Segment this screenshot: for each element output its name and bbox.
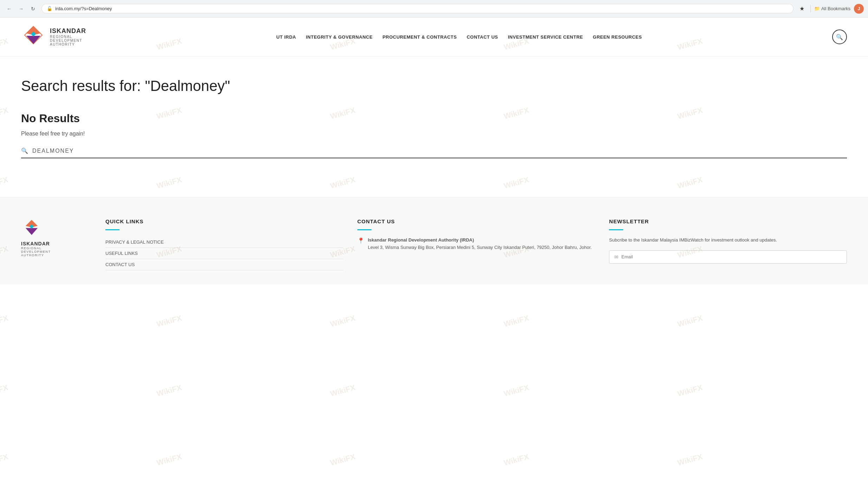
separator — [810, 5, 811, 12]
newsletter-desc: Subcribe to the Iskandar Malaysia IMBizW… — [609, 237, 847, 244]
footer-sub1: REGIONAL — [21, 246, 91, 250]
url-text: irda.com.my/?s=Dealmoney — [55, 6, 112, 11]
site-header: ISKANDAR REGIONAL DEVELOPMENT AUTHORITY … — [0, 18, 868, 57]
main-content: Search results for: "Dealmoney" No Resul… — [0, 57, 868, 197]
contact-address-text: Iskandar Regional Development Authority … — [368, 237, 592, 251]
footer-sub3: AUTHORITY — [21, 253, 91, 257]
logo-text: ISKANDAR REGIONAL DEVELOPMENT AUTHORITY — [50, 27, 86, 46]
reload-button[interactable]: ↻ — [28, 4, 38, 14]
email-input-wrapper: ✉ — [609, 250, 847, 264]
contact-org: Iskandar Regional Development Authority … — [368, 237, 474, 243]
quick-link-privacy[interactable]: PRIVACY & LEGAL NOTICE — [105, 237, 343, 248]
folder-icon: 📁 — [814, 6, 820, 11]
address-bar[interactable]: 🔓 irda.com.my/?s=Dealmoney — [41, 4, 793, 13]
footer-contact-section: CONTACT US 📍 Iskandar Regional Developme… — [357, 218, 595, 270]
quick-link-contact[interactable]: CONTACT US — [105, 259, 343, 270]
logo-sub3: AUTHORITY — [50, 42, 86, 46]
logo-svg — [21, 25, 46, 49]
nav-contact-us[interactable]: CONTACT US — [467, 34, 498, 40]
footer-sub2: DEVELOPMENT — [21, 250, 91, 253]
all-bookmarks[interactable]: 📁 All Bookmarks — [814, 6, 850, 11]
quick-links-underline — [105, 229, 119, 230]
security-icon: 🔓 — [47, 6, 52, 11]
logo-org-name: ISKANDAR — [50, 27, 86, 35]
nav-integrity[interactable]: INTEGRITY & GOVERNANCE — [306, 34, 373, 40]
footer-grid: ISKANDAR REGIONAL DEVELOPMENT AUTHORITY … — [21, 218, 847, 270]
newsletter-underline — [609, 229, 623, 230]
nav-investment[interactable]: INVESTMENT SERVICE CENTRE — [508, 34, 583, 40]
svg-marker-5 — [26, 228, 38, 235]
footer-org-name: ISKANDAR — [21, 241, 91, 246]
footer-logo-text: ISKANDAR REGIONAL DEVELOPMENT AUTHORITY — [21, 241, 91, 257]
contact-underline — [357, 229, 371, 230]
quick-links-heading: QUICK LINKS — [105, 218, 343, 224]
footer-quick-links: QUICK LINKS PRIVACY & LEGAL NOTICE USEFU… — [105, 218, 343, 270]
nav-ut-irda[interactable]: UT IRDA — [276, 34, 296, 40]
newsletter-email-input[interactable] — [621, 254, 842, 259]
no-results-message: Please feel free try again! — [21, 131, 847, 137]
browser-nav-buttons: ← → ↻ — [4, 4, 38, 14]
location-icon: 📍 — [357, 237, 364, 251]
main-nav: UT IRDA INTEGRITY & GOVERNANCE PROCUREME… — [276, 34, 642, 40]
contact-heading: CONTACT US — [357, 218, 595, 224]
search-form: 🔍 — [21, 147, 847, 158]
nav-procurement[interactable]: PROCUREMENT & CONTRACTS — [382, 34, 457, 40]
footer-newsletter: NEWSLETTER Subcribe to the Iskandar Mala… — [609, 218, 847, 270]
contact-address: Level 3, Wisma Sunway Big Box, Persiaran… — [368, 245, 592, 250]
logo-area: ISKANDAR REGIONAL DEVELOPMENT AUTHORITY — [21, 25, 86, 49]
footer-logo-svg — [21, 218, 42, 239]
quick-link-useful[interactable]: USEFUL LINKS — [105, 248, 343, 259]
bookmark-icon[interactable]: ★ — [797, 4, 807, 14]
nav-green[interactable]: GREEN RESOURCES — [593, 34, 642, 40]
logo-sub1: REGIONAL — [50, 35, 86, 39]
site-footer: ISKANDAR REGIONAL DEVELOPMENT AUTHORITY … — [0, 197, 868, 284]
search-results-title: Search results for: "Dealmoney" — [21, 78, 847, 94]
browser-chrome: ← → ↻ 🔓 irda.com.my/?s=Dealmoney ★ 📁 All… — [0, 0, 868, 18]
email-icon: ✉ — [614, 254, 618, 260]
profile-icon[interactable]: J — [854, 4, 864, 14]
header-search-button[interactable]: 🔍 — [832, 29, 847, 44]
footer-logo-area: ISKANDAR REGIONAL DEVELOPMENT AUTHORITY — [21, 218, 91, 270]
search-input[interactable] — [32, 148, 847, 154]
contact-address-item: 📍 Iskandar Regional Development Authorit… — [357, 237, 595, 251]
newsletter-heading: NEWSLETTER — [609, 218, 847, 224]
svg-marker-2 — [26, 36, 40, 44]
logo-sub2: DEVELOPMENT — [50, 39, 86, 42]
forward-button[interactable]: → — [16, 4, 26, 14]
search-icon-inline: 🔍 — [21, 147, 28, 154]
no-results-heading: No Results — [21, 112, 847, 125]
back-button[interactable]: ← — [4, 4, 14, 14]
browser-actions: ★ 📁 All Bookmarks J — [797, 4, 864, 14]
